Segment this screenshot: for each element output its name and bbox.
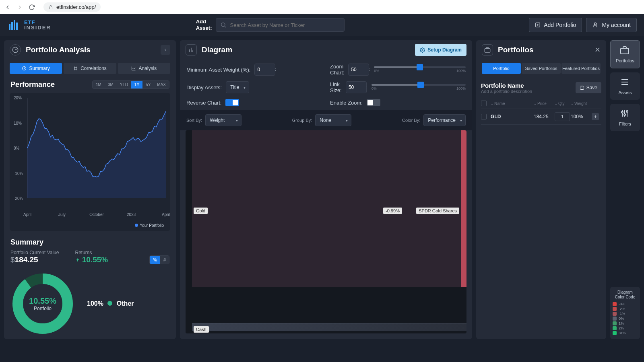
row-checkbox[interactable] [481, 114, 487, 119]
app-header: ETF INSIDER Add Asset: Add Portfolio My … [0, 14, 644, 36]
rail-assets[interactable]: Assets [610, 72, 640, 100]
legend-row: -3% [613, 302, 638, 306]
logo[interactable]: ETF INSIDER [7, 19, 51, 31]
portfolio-name[interactable]: Portfolio Name [481, 82, 532, 89]
x-tick: 2023 [127, 212, 136, 217]
returns-value: 10.55% [82, 255, 108, 264]
gauge-icon [10, 44, 21, 56]
enable-zoom-toggle[interactable] [367, 99, 380, 106]
reverse-chart-label: Reverse Chart: [186, 100, 221, 106]
tab-correlations[interactable]: Correlations [64, 63, 116, 74]
display-assets-select[interactable]: Title [226, 81, 249, 93]
reload-icon[interactable] [28, 4, 35, 11]
close-icon[interactable]: ✕ [594, 45, 601, 54]
col-weight[interactable]: Weight [571, 101, 592, 106]
range-1y[interactable]: 1Y [131, 81, 142, 88]
range-max[interactable]: MAX [154, 81, 169, 88]
svg-rect-4 [16, 23, 18, 30]
x-tick: April [23, 212, 31, 217]
svg-rect-2 [11, 22, 13, 30]
performance-title: Performance [10, 80, 55, 89]
briefcase-icon [482, 44, 493, 56]
range-ytd[interactable]: YTD [117, 81, 131, 88]
min-weight-input[interactable] [254, 64, 275, 76]
user-icon [592, 22, 599, 28]
asset-search[interactable] [216, 18, 345, 32]
donut-label: Portfolio [34, 306, 52, 311]
range-1m[interactable]: 1M [93, 81, 105, 88]
performance-chart: 20%10%0%-10%-20%AprilJulyOctober2023Apri… [10, 93, 170, 231]
diagram-canvas[interactable]: Gold -0.99% SPDR Gold Shares Cash [186, 130, 466, 333]
zoom-slider[interactable]: 0%100% [374, 66, 466, 73]
min-weight-label: Minimum Asset Weight (%): [186, 67, 250, 73]
back-icon[interactable] [4, 4, 11, 11]
legend-row: 2% [613, 326, 638, 330]
rail-portfolios[interactable]: Portfolios [610, 40, 640, 68]
range-5y[interactable]: 5Y [142, 81, 154, 88]
link-size-label: Link Size: [330, 81, 342, 93]
asset-name-label: SPDR Gold Shares [416, 208, 459, 214]
svg-point-19 [422, 49, 423, 50]
svg-point-5 [221, 23, 225, 27]
tab-analysis[interactable]: Analysis [118, 63, 170, 74]
diagram-node-cash[interactable] [192, 323, 466, 331]
returns-label: Returns [75, 250, 108, 255]
link-size-input[interactable] [346, 81, 367, 93]
tab-saved-portfolios[interactable]: Saved Portfolios [522, 63, 561, 74]
tab-summary[interactable]: Summary [10, 63, 62, 74]
other-pct: 100% [87, 300, 103, 307]
sort-by-select[interactable]: Weight [205, 114, 242, 126]
setup-diagram-button[interactable]: Setup Diagram [415, 44, 466, 56]
url-bar[interactable]: etfinsider.co/app/ [43, 2, 101, 12]
range-3m[interactable]: 3M [105, 81, 117, 88]
search-input[interactable] [230, 22, 340, 28]
col-qty[interactable]: Qty [555, 101, 571, 106]
add-row-button[interactable]: + [592, 113, 599, 120]
bar-chart-icon [186, 44, 197, 56]
donut-pct: 10.55% [29, 296, 56, 306]
portfolio-desc[interactable]: Add a portfolio description [481, 89, 532, 94]
row-ticker[interactable]: GLD [491, 114, 534, 119]
x-tick: October [89, 212, 104, 217]
table-row: GLD 184.25 1 100% + [481, 109, 601, 125]
svg-point-30 [626, 111, 628, 112]
legend-label: Your Portfolio [140, 223, 164, 228]
collapse-left-icon[interactable] [161, 45, 170, 55]
svg-rect-20 [485, 49, 490, 52]
tab-featured-portfolios[interactable]: Featured Portfolios [561, 63, 601, 74]
group-by-select[interactable]: None [315, 114, 351, 126]
panel-title: Portfolios [498, 45, 534, 54]
range-selector: 1M3MYTD1Y5YMAX [92, 80, 169, 89]
row-qty-input[interactable]: 1 [555, 112, 570, 121]
add-portfolio-button[interactable]: Add Portfolio [529, 18, 582, 32]
side-rail: PortfoliosAssetsFilters Diagram Color Co… [610, 40, 640, 339]
panel-title: Diagram [202, 45, 232, 54]
col-name[interactable]: Name [491, 101, 534, 106]
select-all-checkbox[interactable] [481, 101, 487, 106]
legend-dot-icon [135, 224, 138, 227]
tab-portfolio[interactable]: Portfolio [482, 63, 521, 74]
sort-by-label: Sort By: [186, 118, 202, 123]
logo-icon [7, 19, 20, 31]
forward-icon[interactable] [16, 4, 23, 11]
diagram-node-spdr[interactable] [461, 130, 466, 287]
zoom-input[interactable] [348, 64, 369, 76]
diagram-panel: Diagram Setup Diagram Minimum Asset Weig… [180, 40, 472, 339]
svg-rect-3 [14, 20, 15, 30]
svg-point-26 [621, 111, 623, 113]
row-price: 184.25 [534, 114, 555, 119]
color-by-select[interactable]: Performance [423, 114, 466, 126]
other-label: Other [117, 300, 134, 307]
group-by-label: Group By: [292, 118, 312, 123]
url-text: etfinsider.co/app/ [56, 4, 96, 10]
reverse-chart-toggle[interactable] [225, 99, 239, 106]
col-price[interactable]: Price [534, 101, 555, 106]
pct-hash-toggle[interactable]: % # [149, 255, 169, 264]
my-account-button[interactable]: My account [586, 18, 637, 32]
rail-filters[interactable]: Filters [610, 104, 640, 131]
logo-text-bottom: INSIDER [24, 25, 51, 30]
link-size-slider[interactable]: 0%100% [372, 84, 466, 90]
add-asset-label: Add Asset: [196, 19, 212, 31]
plus-box-icon [535, 22, 541, 28]
save-button[interactable]: Save [576, 82, 601, 93]
